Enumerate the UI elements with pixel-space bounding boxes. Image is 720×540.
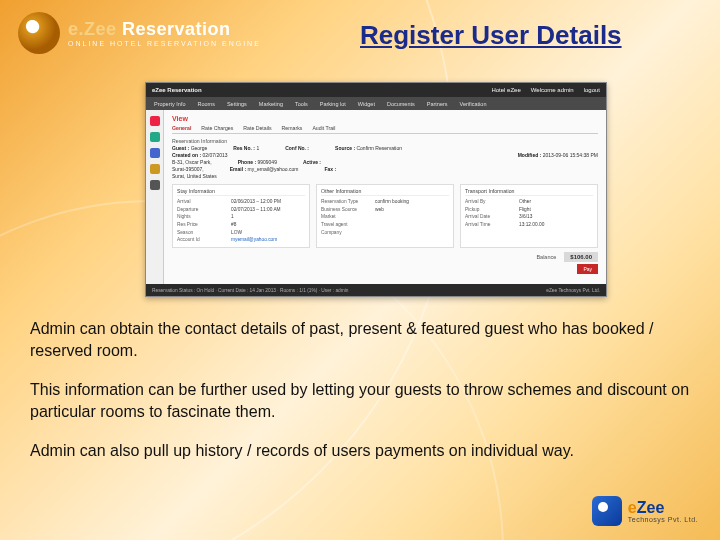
body-text: Admin can obtain the contact details of …: [30, 318, 690, 480]
nav-item[interactable]: Marketing: [259, 101, 283, 107]
para-1: Admin can obtain the contact details of …: [30, 318, 690, 361]
logo-bottom: eZee Technosys Pvt. Ltd.: [592, 496, 698, 526]
k: Nights: [177, 213, 223, 221]
v: LOW: [231, 229, 242, 237]
section-label: Reservation Information: [172, 138, 598, 144]
side-icon[interactable]: [150, 148, 160, 158]
v: 02/06/2013 – 12:00 PM: [231, 198, 281, 206]
footer-left: Reservation Status : On Hold · Current D…: [152, 288, 349, 293]
col-transport: Transport Information Arrival ByOther Pi…: [460, 184, 598, 248]
logo-bottom-main: eZee: [628, 500, 698, 516]
v: 2013-09-06 15:54:38 PM: [543, 152, 598, 158]
v: George: [191, 145, 208, 151]
col-stay: Stay Information Arrival02/06/2013 – 12:…: [172, 184, 310, 248]
screenshot-body: View General Rate Charges Rate Details R…: [146, 110, 606, 284]
col-head: Other Information: [321, 188, 449, 196]
info-row: Created on : 02/07/2013 Modified : 2013-…: [172, 152, 598, 158]
v: 1: [231, 213, 234, 221]
screenshot-topbar: eZee Reservation Hotel eZee Welcome admi…: [146, 83, 606, 97]
v: 13:12.00.00: [519, 221, 544, 229]
screenshot-panel: eZee Reservation Hotel eZee Welcome admi…: [145, 82, 607, 297]
v: #8: [231, 221, 236, 229]
screenshot-footer: Reservation Status : On Hold · Current D…: [146, 284, 606, 296]
k: Arrival: [177, 198, 223, 206]
tab-remarks[interactable]: Remarks: [282, 125, 303, 131]
panel-title: View: [172, 115, 598, 122]
logo-part-b: Reservation: [117, 19, 231, 39]
v: Surat, United States: [172, 173, 217, 179]
col-head: Transport Information: [465, 188, 593, 196]
v: 3/6/13: [519, 213, 532, 221]
nav-item[interactable]: Documents: [387, 101, 415, 107]
nav-item[interactable]: Property Info: [154, 101, 186, 107]
v: my_email@yahoo.com: [248, 166, 299, 172]
nav-item[interactable]: Tools: [295, 101, 308, 107]
logo-main: e.Zee Reservation: [68, 20, 261, 38]
v: web: [375, 206, 384, 214]
v: 02/07/2013 – 11:00 AM: [231, 206, 281, 214]
v: Surat-395007,: [172, 166, 204, 172]
k: Departure: [177, 206, 223, 214]
v: 02/07/2013: [203, 152, 228, 158]
logo-top: e.Zee Reservation ONLINE HOTEL RESERVATI…: [18, 12, 261, 54]
nav-item[interactable]: Partners: [427, 101, 448, 107]
k: Arrival Time: [465, 221, 511, 229]
tab-rate-charges[interactable]: Rate Charges: [201, 125, 233, 131]
k: Reservation Type: [321, 198, 367, 206]
page-title: Register User Details: [360, 20, 680, 51]
side-icon[interactable]: [150, 164, 160, 174]
panel-tabs: General Rate Charges Rate Details Remark…: [172, 125, 598, 134]
k: Season: [177, 229, 223, 237]
v[interactable]: myemail@yahoo.com: [231, 236, 277, 244]
tab-audit[interactable]: Audit Trail: [312, 125, 335, 131]
v: 9909049: [257, 159, 276, 165]
info-row: Surat-395007, Email : my_email@yahoo.com…: [172, 166, 598, 172]
tab-general[interactable]: General: [172, 125, 191, 131]
k: Modified :: [518, 152, 542, 158]
logo-part-a: e.Zee: [68, 19, 117, 39]
tab-rate-details[interactable]: Rate Details: [243, 125, 271, 131]
col-head: Stay Information: [177, 188, 305, 196]
nav-item[interactable]: Verification: [460, 101, 487, 107]
side-icon[interactable]: [150, 180, 160, 190]
k: Pickup: [465, 206, 511, 214]
logo-b-b: Zee: [637, 499, 665, 516]
screenshot-brand: eZee Reservation: [152, 87, 202, 93]
v: 1: [256, 145, 259, 151]
k: Res Price: [177, 221, 223, 229]
logo-bottom-text: eZee Technosys Pvt. Ltd.: [628, 500, 698, 523]
balance-amount: $106.00: [564, 252, 598, 262]
logo-b-a: e: [628, 499, 637, 516]
welcome-user: Welcome admin: [531, 87, 574, 93]
logo-glyph-icon: [18, 12, 60, 54]
k: Account Id: [177, 236, 223, 244]
k: Arrival By: [465, 198, 511, 206]
k: Email :: [230, 166, 246, 172]
k: Created on :: [172, 152, 201, 158]
side-icon[interactable]: [150, 116, 160, 126]
v: Confirm Reservation: [356, 145, 402, 151]
nav-item[interactable]: Rooms: [198, 101, 215, 107]
k: Business Source: [321, 206, 367, 214]
tri-columns: Stay Information Arrival02/06/2013 – 12:…: [172, 184, 598, 248]
para-3: Admin can also pull up history / records…: [30, 440, 690, 462]
nav-item[interactable]: Widget: [358, 101, 375, 107]
nav-item[interactable]: Parking lot: [320, 101, 346, 107]
side-icon[interactable]: [150, 132, 160, 142]
logo-bottom-icon: [592, 496, 622, 526]
info-row: Surat, United States: [172, 173, 598, 179]
k: Conf No. :: [285, 145, 309, 151]
k: Company: [321, 229, 367, 237]
footer-right: eZee Technosys Pvt. Ltd.: [546, 288, 600, 293]
k: Fax :: [324, 166, 336, 172]
info-row: B-31, Oscar Park, Phone : 9909049 Active…: [172, 159, 598, 165]
pay-row: Pay: [172, 264, 598, 274]
balance-row: Balance $106.00: [172, 252, 598, 262]
screenshot-sidebar: [146, 110, 164, 284]
info-row: Guest : George Res No. : 1 Conf No. : So…: [172, 145, 598, 151]
logout-link[interactable]: logout: [584, 87, 600, 93]
nav-item[interactable]: Settings: [227, 101, 247, 107]
pay-button[interactable]: Pay: [577, 264, 598, 274]
v: confirm booking: [375, 198, 409, 206]
hotel-name: Hotel eZee: [491, 87, 520, 93]
